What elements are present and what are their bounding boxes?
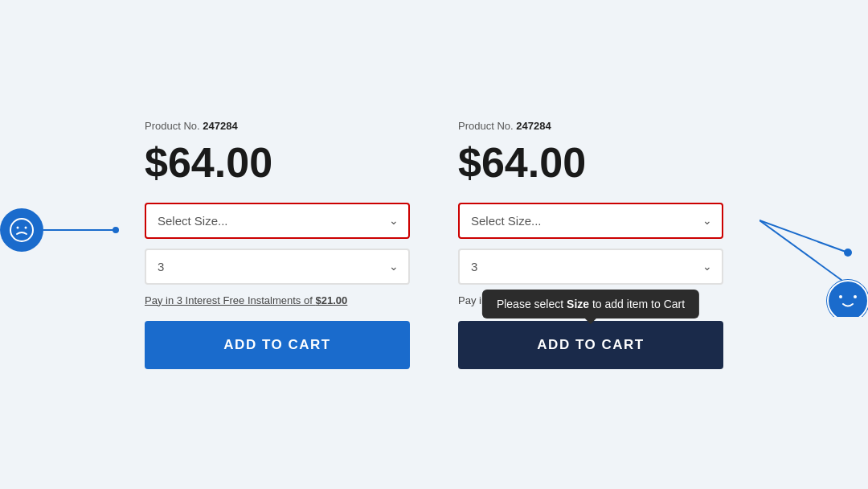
add-to-cart-wrapper-right: Please select Size to add item to Cart A… (458, 321, 723, 369)
qty-select-wrapper-left: 1 2 3 4 5 ⌄ (145, 249, 410, 285)
price-left: $64.00 (145, 140, 410, 186)
right-annotation-svg (760, 204, 868, 317)
qty-select-left[interactable]: 1 2 3 4 5 (145, 249, 410, 285)
size-select-wrapper-left: Select Size... S M L XL ⌄ (145, 203, 410, 239)
size-select-right[interactable]: Select Size... S M L XL (458, 203, 723, 239)
svg-line-5 (760, 220, 848, 285)
size-select-wrapper-right: Select Size... S M L XL ⌄ (458, 203, 723, 239)
svg-point-7 (826, 279, 868, 317)
svg-point-0 (10, 219, 33, 241)
tooltip-box: Please select Size to add item to Cart (482, 290, 699, 318)
svg-point-9 (854, 295, 857, 298)
add-to-cart-button-left[interactable]: ADD TO CART (145, 321, 410, 369)
product-card-left: Product No. 247284 $64.00 Select Size...… (145, 120, 410, 368)
svg-line-3 (760, 220, 848, 253)
installment-link-left[interactable]: Pay in 3 Interest Free Instalments of $2… (145, 294, 347, 306)
installment-text-left: Pay in 3 Interest Free Instalments of $2… (145, 294, 410, 306)
sad-face-circle (0, 208, 43, 252)
main-container: Product No. 247284 $64.00 Select Size...… (145, 120, 723, 368)
tooltip-container: Please select Size to add item to Cart (482, 290, 699, 318)
product-no-left: Product No. 247284 (145, 120, 410, 132)
left-annotation-line (43, 229, 116, 231)
svg-point-4 (844, 249, 852, 257)
svg-point-2 (25, 227, 27, 229)
qty-select-right[interactable]: 1 2 3 4 5 (458, 249, 723, 285)
size-select-left[interactable]: Select Size... S M L XL (145, 203, 410, 239)
product-card-right: Product No. 247284 $64.00 Select Size...… (458, 120, 723, 368)
svg-point-8 (839, 295, 842, 298)
svg-point-1 (17, 227, 19, 229)
left-annotation (0, 208, 116, 252)
price-right: $64.00 (458, 140, 723, 186)
product-no-right: Product No. 247284 (458, 120, 723, 132)
sad-face-icon (9, 217, 35, 243)
qty-select-wrapper-right: 1 2 3 4 5 ⌄ (458, 249, 723, 285)
